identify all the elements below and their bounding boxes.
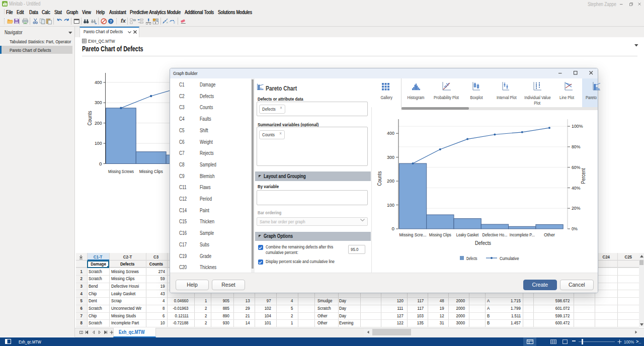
svg-text:400: 400 (95, 79, 102, 85)
svg-text:100: 100 (95, 140, 102, 146)
svg-text:200: 200 (95, 120, 102, 126)
svg-text:0: 0 (99, 161, 102, 166)
svg-text:Counts: Counts (87, 111, 93, 126)
svg-text:300: 300 (95, 100, 102, 105)
svg-text:Missing Screws: Missing Screws (108, 168, 134, 174)
svg-text:Missing Clips: Missing Clips (139, 168, 163, 174)
